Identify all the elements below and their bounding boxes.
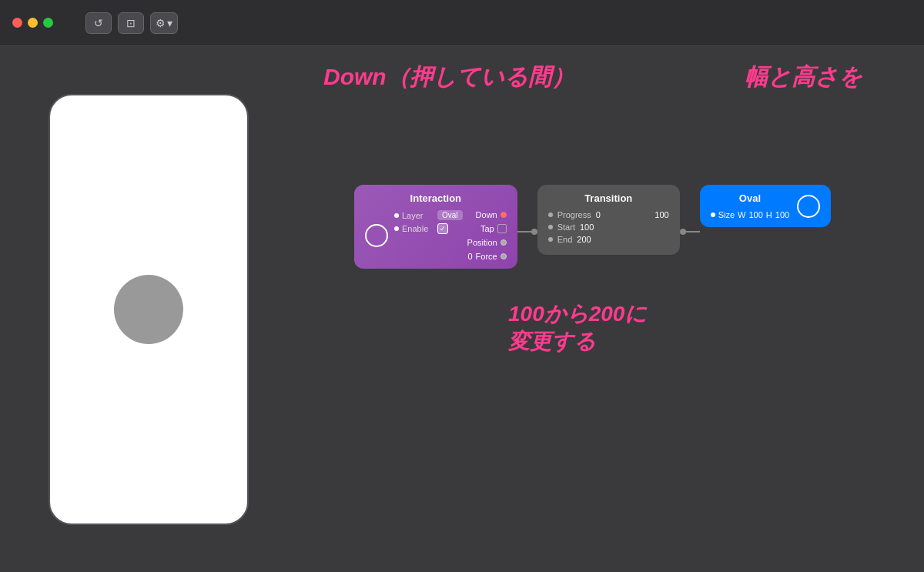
- phone-circle-shape: [114, 275, 183, 344]
- annotation-change: 100から200に 変更する: [508, 300, 647, 356]
- traffic-lights: [12, 18, 53, 28]
- interaction-fields: Layer Oval Enable ✓: [394, 210, 463, 261]
- layer-label: Layer: [402, 211, 434, 220]
- size-w-value[interactable]: 100: [749, 210, 763, 219]
- node-diagram: Interaction Layer Oval Enable ✓: [354, 185, 831, 269]
- interaction-circle-icon: [365, 224, 388, 247]
- size-label: Size: [718, 210, 735, 219]
- force-value: 0: [467, 252, 472, 261]
- interaction-node-body: Layer Oval Enable ✓ Down Tap: [365, 210, 507, 261]
- layer-value[interactable]: Oval: [437, 210, 463, 220]
- gear-button[interactable]: ⚙ ▾: [150, 12, 178, 34]
- oval-node[interactable]: Oval Size W 100 H 100: [700, 185, 831, 227]
- connector-1: [517, 231, 531, 232]
- gear-dropdown-icon: ▾: [167, 17, 172, 29]
- layer-row: Layer Oval: [394, 210, 463, 220]
- gear-icon: ⚙: [156, 17, 166, 29]
- progress-row: Progress 0 100: [548, 210, 669, 219]
- progress-start-value: 0: [596, 210, 601, 219]
- enable-row: Enable ✓: [394, 223, 463, 234]
- fullscreen-button[interactable]: [43, 18, 53, 28]
- refresh-button[interactable]: ↺: [85, 12, 112, 34]
- transition-node[interactable]: Transition Progress 0 100 Start 100 End …: [537, 185, 680, 255]
- tap-checkbox[interactable]: [497, 224, 507, 233]
- oval-size-row: Size W 100 H 100: [711, 210, 789, 219]
- layer-dot: [394, 213, 399, 218]
- annotation-haba: 幅と高さを: [745, 62, 862, 93]
- down-dot: [500, 212, 507, 218]
- start-row: Start 100: [548, 222, 669, 232]
- end-dot: [548, 237, 553, 242]
- end-value: 200: [577, 235, 591, 244]
- oval-size-dot: [711, 212, 715, 217]
- enable-checkbox[interactable]: ✓: [437, 223, 448, 234]
- down-label: Down: [476, 210, 497, 219]
- interaction-node-title: Interaction: [365, 192, 507, 204]
- force-dot: [500, 253, 507, 259]
- start-value: 100: [580, 222, 594, 232]
- position-label: Position: [467, 238, 497, 247]
- size-h-value[interactable]: 100: [775, 210, 789, 219]
- preview-icon: ⊡: [126, 17, 136, 29]
- preview-button[interactable]: ⊡: [118, 12, 144, 34]
- size-w-label: W: [738, 210, 745, 219]
- end-label: End: [557, 235, 573, 244]
- connector-2: [686, 231, 700, 232]
- toolbar-buttons: ↺ ⊡ ⚙ ▾: [85, 12, 178, 34]
- interaction-node[interactable]: Interaction Layer Oval Enable ✓: [354, 185, 517, 269]
- enable-dot: [394, 226, 399, 231]
- phone-frame: [49, 94, 249, 525]
- refresh-icon: ↺: [94, 17, 103, 29]
- position-dot: [500, 239, 507, 246]
- progress-label: Progress: [557, 210, 591, 219]
- connector-dot-2: [680, 229, 686, 235]
- position-output: Position: [467, 238, 507, 247]
- down-output: Down: [476, 210, 507, 219]
- tap-output: Tap: [480, 224, 507, 233]
- oval-node-title: Oval: [711, 192, 789, 204]
- interaction-outputs: Down Tap Position 0 Force: [467, 210, 507, 261]
- minimize-button[interactable]: [28, 18, 38, 28]
- progress-dot: [548, 212, 553, 217]
- force-label: Force: [476, 252, 497, 261]
- phone-preview: [0, 46, 296, 572]
- oval-circle-icon: [797, 195, 820, 218]
- force-output: 0 Force: [467, 252, 506, 261]
- annotation-down: Down（押している間）: [323, 62, 574, 93]
- oval-node-content: Oval Size W 100 H 100: [711, 192, 789, 219]
- close-button[interactable]: [12, 18, 22, 28]
- title-bar: ↺ ⊡ ⚙ ▾: [0, 0, 924, 46]
- start-label: Start: [557, 222, 575, 232]
- tap-label: Tap: [480, 224, 494, 233]
- size-h-label: H: [766, 210, 772, 219]
- transition-fields: Progress 0 100 Start 100 End 200: [548, 210, 669, 244]
- transition-node-title: Transition: [548, 192, 669, 204]
- start-dot: [548, 225, 553, 229]
- progress-end-value: 100: [654, 210, 668, 219]
- connector-dot-1: [531, 229, 537, 235]
- end-row: End 200: [548, 235, 669, 244]
- enable-label: Enable: [402, 224, 434, 233]
